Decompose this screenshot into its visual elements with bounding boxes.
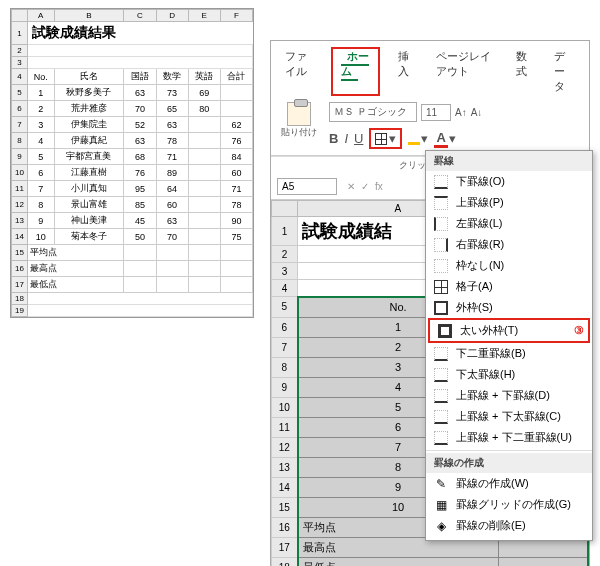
- border-icon: [434, 301, 448, 315]
- tool-icon: ✎: [434, 477, 448, 491]
- menu-item[interactable]: 格子(A): [426, 276, 592, 297]
- border-icon: [434, 368, 448, 382]
- menu-item[interactable]: 左罫線(L): [426, 213, 592, 234]
- menu-item[interactable]: 下太罫線(H): [426, 364, 592, 385]
- preview-header-row: 4 No.氏名 国語数学 英語合計: [12, 69, 253, 85]
- underline-button[interactable]: U: [354, 131, 363, 146]
- ribbon-tabs: ファイル ホーム 挿入 ページレイアウト 数式 データ: [271, 41, 589, 96]
- border-icon: [434, 238, 448, 252]
- menu-item[interactable]: 右罫線(R): [426, 234, 592, 255]
- menu-item[interactable]: 下二重罫線(B): [426, 343, 592, 364]
- tab-layout[interactable]: ページレイアウト: [430, 47, 498, 96]
- border-icon: [434, 347, 448, 361]
- fill-color-button[interactable]: ▾: [408, 131, 428, 146]
- callout-3: ③: [574, 324, 584, 337]
- increase-font-icon[interactable]: A↑: [455, 107, 467, 118]
- preview-sheet: ABCDEF 1試験成績結果 2 3 4 No.氏名 国語数学 英語合計 51秋…: [10, 8, 254, 318]
- menu-item[interactable]: ▦罫線グリッドの作成(G): [426, 494, 592, 515]
- border-icon: [434, 259, 448, 273]
- tab-file[interactable]: ファイル: [279, 47, 319, 96]
- name-box[interactable]: A5: [277, 178, 337, 195]
- italic-button[interactable]: I: [344, 131, 348, 146]
- menu-item[interactable]: 上罫線 + 下罫線(D): [426, 385, 592, 406]
- font-color-button[interactable]: A▾: [434, 130, 455, 148]
- menu-section-borders: 罫線: [426, 151, 592, 171]
- border-dropdown[interactable]: ▾: [369, 128, 402, 149]
- cancel-icon[interactable]: ✕: [347, 181, 355, 192]
- border-icon: [434, 196, 448, 210]
- menu-item[interactable]: 上罫線 + 下二重罫線(U): [426, 427, 592, 448]
- font-select[interactable]: ＭＳ Ｐゴシック: [329, 102, 417, 122]
- menu-item[interactable]: 上罫線 + 下太罫線(C): [426, 406, 592, 427]
- menu-item[interactable]: 上罫線(P): [426, 192, 592, 213]
- tab-formula[interactable]: 数式: [510, 47, 536, 96]
- bold-button[interactable]: B: [329, 131, 338, 146]
- size-select[interactable]: 11: [421, 104, 451, 121]
- menu-item[interactable]: ◈罫線の削除(E): [426, 515, 592, 536]
- bucket-icon: [408, 133, 420, 145]
- tab-home[interactable]: ホーム: [341, 48, 369, 81]
- menu-item[interactable]: 下罫線(O): [426, 171, 592, 192]
- menu-item[interactable]: ✎罫線の作成(W): [426, 473, 592, 494]
- border-icon: [434, 410, 448, 424]
- tab-data[interactable]: データ: [548, 47, 581, 96]
- confirm-icon[interactable]: ✓: [361, 181, 369, 192]
- thick-border-icon: [438, 324, 452, 338]
- menu-section-draw: 罫線の作成: [426, 453, 592, 473]
- menu-item[interactable]: 外枠(S): [426, 297, 592, 318]
- tool-icon: ▦: [434, 498, 448, 512]
- menu-item[interactable]: 枠なし(N): [426, 255, 592, 276]
- decrease-font-icon[interactable]: A↓: [471, 107, 483, 118]
- paste-icon: [287, 102, 311, 126]
- border-icon: [434, 431, 448, 445]
- paste-button[interactable]: 貼り付け: [277, 102, 321, 139]
- border-icon: [434, 217, 448, 231]
- select-all[interactable]: [272, 201, 298, 217]
- menu-thick-outside[interactable]: 太い外枠(T) ③: [428, 318, 590, 343]
- border-icon: [434, 175, 448, 189]
- fx-button[interactable]: fx: [375, 181, 383, 192]
- tool-icon: ◈: [434, 519, 448, 533]
- chevron-down-icon: ▾: [389, 131, 396, 146]
- border-icon: [434, 280, 448, 294]
- tab-insert[interactable]: 挿入: [392, 47, 418, 96]
- preview-col-headers: ABCDEF: [12, 10, 253, 22]
- clipboard-group: 貼り付け: [277, 102, 321, 139]
- border-icon: [434, 389, 448, 403]
- border-menu: 罫線 下罫線(O)上罫線(P)左罫線(L)右罫線(R)枠なし(N)格子(A)外枠…: [425, 150, 593, 541]
- border-icon: [375, 133, 387, 145]
